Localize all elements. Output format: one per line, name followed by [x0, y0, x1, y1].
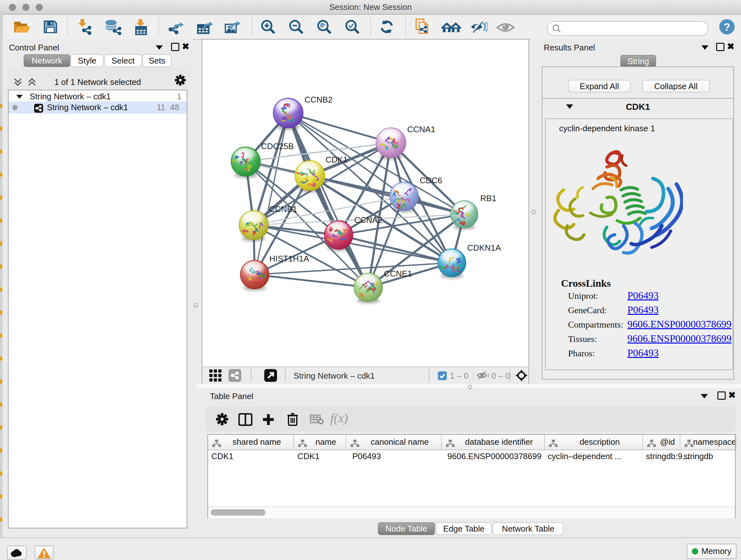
svg-text:CCNB1: CCNB1 [269, 204, 297, 214]
svg-text:?: ? [724, 21, 731, 33]
svg-text:RB1: RB1 [480, 193, 496, 203]
svg-text:CCNA1: CCNA1 [407, 125, 435, 134]
svg-text:CCNE1: CCNE1 [384, 269, 412, 278]
svg-text:CDKN1A: CDKN1A [467, 243, 501, 253]
svg-text:HIST1H1A: HIST1H1A [269, 254, 309, 263]
svg-text:CCNB2: CCNB2 [305, 95, 333, 105]
svg-text:CDC6: CDC6 [420, 176, 442, 185]
svg-text:CCNA2: CCNA2 [354, 215, 382, 225]
svg-text:CDC25B: CDC25B [261, 141, 294, 151]
svg-text:CDK1: CDK1 [326, 155, 347, 165]
